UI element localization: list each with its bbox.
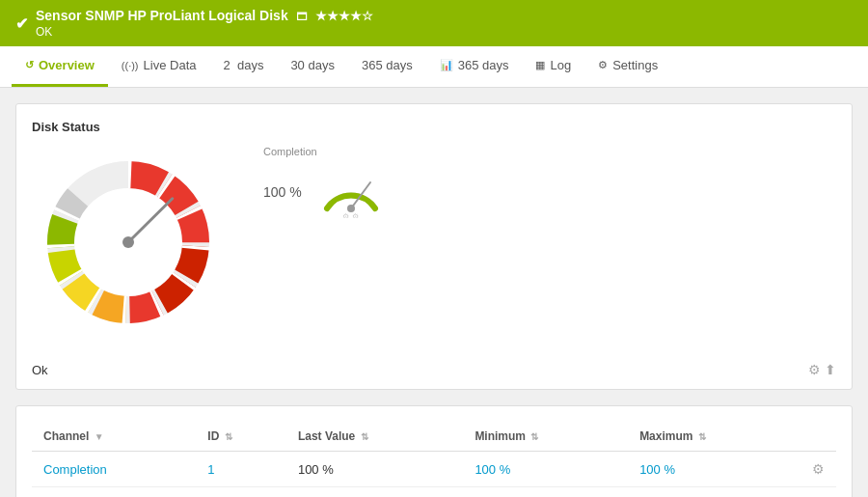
id-link[interactable]: 1	[207, 462, 214, 477]
tab-365days-label: 365 days	[362, 58, 413, 72]
col-channel: Channel ▼	[32, 422, 196, 452]
card-icons: ⚙ ⬆	[808, 362, 836, 377]
tab-log-label: Log	[550, 58, 571, 72]
table-header-row: Channel ▼ ID ⇅ Last Value ⇅ Minimum ⇅ Ma…	[32, 422, 836, 452]
cell-actions: ⚙	[798, 487, 836, 498]
completion-section: Completion 100 %	[263, 146, 385, 218]
col-minimum: Minimum ⇅	[463, 422, 628, 452]
minimum-link[interactable]: 100 %	[475, 462, 510, 477]
cell-last-value: Ok	[286, 487, 463, 498]
svg-text:⚙: ⚙	[342, 212, 349, 218]
table-row: Disk Status 0 Ok Ok Ok ⚙	[32, 487, 836, 498]
tab-2days-label: 2 days	[223, 58, 263, 72]
cell-last-value: 100 %	[286, 452, 463, 487]
main-content: Disk Status	[0, 88, 868, 497]
sort-maximum-icon[interactable]: ⇅	[698, 431, 706, 442]
live-data-icon: ((·))	[122, 60, 139, 71]
disk-status-card: Disk Status	[15, 103, 853, 390]
cell-actions: ⚙	[798, 452, 836, 487]
tab-365days[interactable]: 365 days	[348, 46, 426, 87]
channel-link[interactable]: Completion	[43, 462, 107, 477]
tab-log[interactable]: ▦ Log	[522, 46, 584, 87]
cell-minimum: 100 %	[463, 452, 628, 487]
svg-point-26	[347, 205, 355, 212]
table-row: Completion 1 100 % 100 % 100 % ⚙	[32, 452, 836, 487]
svg-point-24	[122, 236, 134, 248]
tab-30days[interactable]: 30 days	[277, 46, 348, 87]
cell-maximum: Ok	[628, 487, 798, 498]
sort-lastvalue-icon[interactable]: ⇅	[361, 431, 368, 442]
cell-channel: Disk Status	[32, 487, 196, 498]
disk-status-inner: Disk Status	[16, 104, 852, 354]
nav-tabs: ↺ Overview ((·)) Live Data 2 days 30 day…	[0, 46, 868, 88]
semi-gauge-svg: ⚙ ⚙	[317, 165, 385, 218]
pin-icon: 🗖	[296, 11, 307, 22]
overview-icon: ↺	[25, 59, 34, 71]
channels-table-card: Channel ▼ ID ⇅ Last Value ⇅ Minimum ⇅ Ma…	[15, 405, 853, 497]
tab-live-data[interactable]: ((·)) Live Data	[108, 46, 210, 87]
check-icon: ✔	[15, 14, 28, 33]
ok-label: Ok	[32, 363, 48, 377]
cell-id: 0	[196, 487, 286, 498]
cell-channel: Completion	[32, 452, 196, 487]
row-settings-icon[interactable]: ⚙	[812, 461, 825, 477]
header-title-group: Sensor SNMP HP ProLiant Logical Disk 🗖 ★…	[36, 8, 373, 39]
sort-minimum-icon[interactable]: ⇅	[530, 431, 538, 442]
tab-30days-label: 30 days	[290, 58, 335, 72]
completion-value: 100 %	[263, 184, 302, 200]
tab-historic[interactable]: 📊 365 days	[426, 46, 523, 87]
channels-table: Channel ▼ ID ⇅ Last Value ⇅ Minimum ⇅ Ma…	[32, 422, 836, 497]
col-actions	[798, 422, 836, 452]
header-bar: ✔ Sensor SNMP HP ProLiant Logical Disk 🗖…	[0, 0, 868, 46]
completion-label: Completion	[263, 146, 385, 157]
disk-status-container: Completion 100 %	[32, 146, 836, 339]
disk-status-title: Disk Status	[32, 120, 836, 134]
col-maximum: Maximum ⇅	[628, 422, 798, 452]
tab-overview-label: Overview	[39, 58, 95, 72]
gear-icon-1: ⚙	[808, 362, 821, 377]
sort-channel-icon[interactable]: ▼	[95, 431, 104, 442]
donut-svg	[32, 146, 225, 339]
tab-settings-label: Settings	[612, 58, 658, 72]
sensor-name: SNMP HP ProLiant Logical Disk	[85, 8, 287, 23]
cell-id: 1	[196, 452, 286, 487]
log-icon: ▦	[535, 59, 545, 71]
header-status: OK	[36, 25, 373, 39]
tab-overview[interactable]: ↺ Overview	[12, 46, 108, 87]
svg-text:⚙: ⚙	[352, 212, 359, 218]
historic-icon: 📊	[440, 59, 453, 71]
cell-minimum: Ok	[463, 487, 628, 498]
sort-id-icon[interactable]: ⇅	[225, 431, 232, 442]
table-body: Completion 1 100 % 100 % 100 % ⚙	[32, 452, 836, 498]
header-title: Sensor SNMP HP ProLiant Logical Disk 🗖 ★…	[36, 8, 373, 23]
tab-live-data-label: Live Data	[144, 58, 197, 72]
star-rating[interactable]: ★★★★☆	[315, 9, 373, 23]
tab-settings[interactable]: ⚙ Settings	[584, 46, 671, 87]
tab-historic-label: 365 days	[458, 58, 509, 72]
donut-chart	[32, 146, 225, 339]
settings-icon: ⚙	[598, 59, 608, 71]
cell-maximum: 100 %	[628, 452, 798, 487]
tab-2days[interactable]: 2 days	[209, 46, 277, 87]
col-last-value: Last Value ⇅	[286, 422, 463, 452]
status-bottom: Ok ⚙ ⬆	[16, 354, 852, 389]
maximum-link[interactable]: 100 %	[639, 462, 675, 477]
table-head: Channel ▼ ID ⇅ Last Value ⇅ Minimum ⇅ Ma…	[32, 422, 836, 452]
gear-icon-2: ⬆	[825, 362, 836, 377]
col-id: ID ⇅	[196, 422, 286, 452]
